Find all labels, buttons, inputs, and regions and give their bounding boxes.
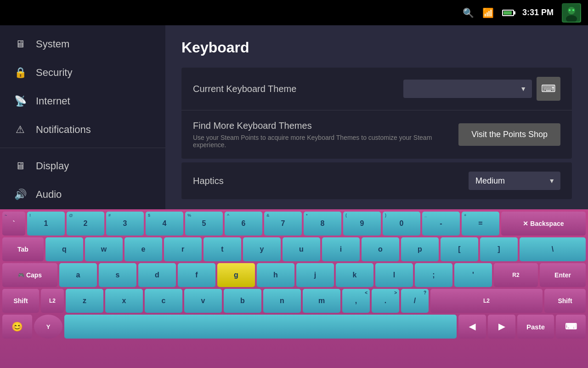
haptics-dropdown[interactable]: Low Medium High Off	[469, 172, 560, 190]
haptics-row: Haptics Low Medium High Off	[181, 162, 572, 199]
sidebar-item-label: System	[36, 38, 69, 50]
key-shift-left[interactable]: Shift	[2, 289, 39, 313]
keyboard-row-4: Shift L2 z x c v b n m <, >. ?/ L2 Shift	[2, 289, 586, 313]
key-y[interactable]: y	[243, 237, 281, 261]
key-slash[interactable]: ?/	[401, 289, 429, 313]
key-1[interactable]: !1	[27, 212, 65, 236]
key-arrow-right[interactable]: ▶	[488, 315, 515, 339]
key-j[interactable]: j	[296, 263, 334, 287]
find-themes-section: Find More Keyboard Themes Use your Steam…	[181, 110, 572, 159]
key-6[interactable]: ^6	[225, 212, 262, 236]
visit-shop-button[interactable]: Visit the Points Shop	[458, 123, 560, 146]
key-enter[interactable]: Enter	[540, 263, 586, 287]
key-quote[interactable]: '	[454, 263, 492, 287]
key-n[interactable]: n	[263, 289, 301, 313]
security-icon: 🔒	[14, 67, 27, 79]
battery-icon	[502, 10, 514, 16]
system-icon: 🖥	[14, 38, 27, 50]
key-q[interactable]: q	[45, 237, 83, 261]
key-s[interactable]: s	[99, 263, 136, 287]
key-9[interactable]: (9	[343, 212, 381, 236]
key-semicolon[interactable]: ;	[415, 263, 452, 287]
key-u[interactable]: u	[283, 237, 320, 261]
search-icon[interactable]: 🔍	[463, 7, 474, 18]
key-l[interactable]: l	[375, 263, 413, 287]
key-paste[interactable]: Paste	[517, 315, 554, 339]
sidebar-item-notifications[interactable]: ⚠ Notifications	[0, 115, 165, 144]
key-w[interactable]: w	[85, 237, 123, 261]
key-8[interactable]: *8	[304, 212, 341, 236]
key-g[interactable]: g	[217, 263, 255, 287]
keyboard-theme-section: Current Keyboard Theme ⌨ Find M	[181, 68, 572, 159]
key-r2[interactable]: R2	[494, 263, 538, 287]
key-lbracket[interactable]: [	[441, 237, 478, 261]
sidebar-item-label: Display	[36, 160, 69, 172]
sidebar-item-audio[interactable]: 🔊 Audio	[0, 180, 165, 209]
key-5[interactable]: %5	[185, 212, 223, 236]
avatar[interactable]	[562, 3, 581, 23]
key-4[interactable]: $4	[146, 212, 183, 236]
key-backslash[interactable]: \	[520, 237, 586, 261]
theme-dropdown[interactable]	[403, 80, 532, 98]
find-themes-row: Find More Keyboard Themes Use your Steam…	[181, 110, 572, 159]
sidebar-divider	[0, 148, 165, 148]
key-l2-right[interactable]: L2	[430, 289, 543, 313]
haptics-section: Haptics Low Medium High Off	[181, 162, 572, 199]
key-arrow-left[interactable]: ◀	[458, 315, 486, 339]
sidebar-item-system[interactable]: 🖥 System	[0, 30, 165, 58]
key-d[interactable]: d	[138, 263, 176, 287]
key-backspace[interactable]: ✕ Backspace	[501, 212, 586, 236]
sidebar-item-label: Notifications	[36, 124, 91, 136]
sidebar-item-display[interactable]: 🖥 Display	[0, 152, 165, 180]
key-comma[interactable]: <,	[342, 289, 370, 313]
key-equals[interactable]: +=	[462, 212, 499, 236]
key-z[interactable]: z	[66, 289, 103, 313]
audio-icon: 🔊	[14, 189, 27, 201]
keyboard-preview-button[interactable]: ⌨	[537, 77, 560, 101]
key-tilde[interactable]: ~ `	[2, 212, 25, 236]
keyboard-theme-row: Current Keyboard Theme ⌨	[181, 68, 572, 110]
key-p[interactable]: p	[401, 237, 439, 261]
key-y-button[interactable]: Y	[34, 315, 62, 339]
key-r[interactable]: r	[164, 237, 202, 261]
svg-point-3	[569, 9, 571, 11]
key-caps[interactable]: 🎮Caps	[2, 263, 57, 287]
haptics-dropdown-wrapper: Low Medium High Off	[469, 172, 560, 190]
find-themes-title: Find More Keyboard Themes	[193, 121, 458, 131]
key-k[interactable]: k	[336, 263, 373, 287]
key-minus[interactable]: _-	[422, 212, 460, 236]
key-2[interactable]: @2	[67, 212, 104, 236]
key-rbracket[interactable]: ]	[480, 237, 518, 261]
key-e[interactable]: e	[124, 237, 162, 261]
theme-controls: ⌨	[403, 77, 560, 101]
key-7[interactable]: &7	[264, 212, 302, 236]
key-x[interactable]: x	[105, 289, 143, 313]
haptics-label: Haptics	[193, 176, 469, 186]
key-f[interactable]: f	[178, 263, 215, 287]
key-keyboard-icon[interactable]: ⌨	[556, 315, 586, 339]
sidebar-item-security[interactable]: 🔒 Security	[0, 58, 165, 87]
internet-icon: 📡	[14, 95, 27, 107]
key-emoji[interactable]: 😊	[2, 315, 32, 339]
key-h[interactable]: h	[257, 263, 294, 287]
key-t[interactable]: t	[204, 237, 241, 261]
key-0[interactable]: )0	[383, 212, 420, 236]
key-m[interactable]: m	[303, 289, 340, 313]
sidebar-item-internet[interactable]: 📡 Internet	[0, 87, 165, 115]
keyboard-row-bottom: 😊 Y ◀ ▶ Paste ⌨	[2, 315, 586, 339]
key-v[interactable]: v	[184, 289, 222, 313]
key-i[interactable]: i	[322, 237, 360, 261]
key-a[interactable]: a	[59, 263, 97, 287]
key-l2-left[interactable]: L2	[41, 289, 64, 313]
key-period[interactable]: >.	[372, 289, 399, 313]
key-c[interactable]: c	[145, 289, 182, 313]
sidebar-item-label: Audio	[36, 189, 62, 201]
keyboard-row-3: 🎮Caps a s d f g h j k l ; ' R2 Enter	[2, 263, 586, 287]
key-shift-right[interactable]: Shift	[544, 289, 586, 313]
key-b[interactable]: b	[224, 289, 261, 313]
key-space[interactable]	[64, 315, 457, 339]
key-tab[interactable]: Tab	[2, 237, 44, 261]
key-o[interactable]: o	[362, 237, 399, 261]
key-3[interactable]: #3	[106, 212, 144, 236]
keyboard-theme-label: Current Keyboard Theme	[193, 84, 403, 94]
